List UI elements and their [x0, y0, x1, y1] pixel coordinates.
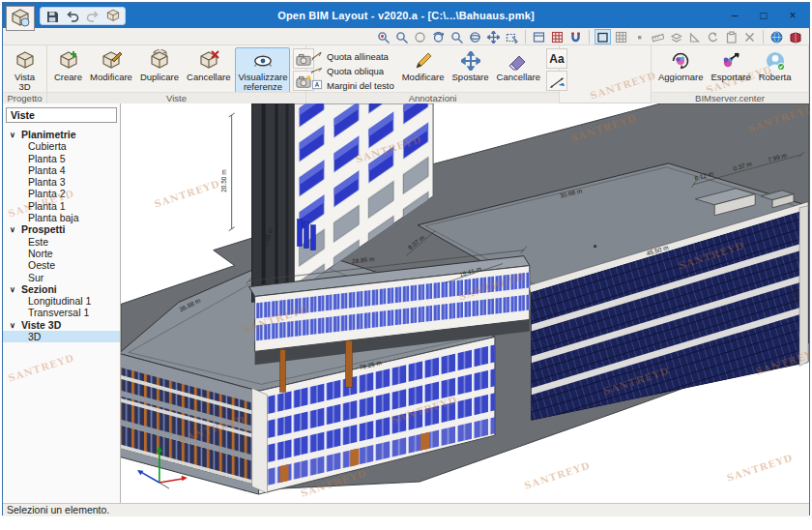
quick-access-toolbar [40, 7, 126, 25]
cube-add-icon [57, 49, 80, 73]
maximize-button[interactable]: □ [749, 3, 778, 28]
tree-item[interactable]: Planta 5 [3, 153, 120, 164]
app-window: Open BIM Layout - v2020.a - [C:\...\Bahu… [2, 2, 810, 515]
views-icon[interactable] [106, 10, 120, 23]
margini-del-testo-button[interactable]: Margini del testo [311, 78, 394, 92]
window-frame-icon[interactable] [531, 29, 547, 44]
measure-icon[interactable] [650, 29, 666, 44]
zoom-previous-icon[interactable] [375, 29, 392, 44]
tree-item[interactable]: Transversal 1 [3, 307, 120, 318]
right-building-side-wall [799, 206, 808, 367]
views-tree: Planimetrie Cubierta Planta 5 Planta 4 P… [3, 129, 120, 342]
delete-icon[interactable] [741, 29, 758, 44]
toolbar-divider [763, 30, 764, 44]
orbit-icon[interactable] [430, 29, 447, 44]
redo-icon[interactable] [86, 10, 100, 23]
vista-3d-button[interactable]: Vista 3D [7, 47, 43, 94]
ribbon-group-progetto: Vista 3D Progetto [3, 45, 47, 103]
select-rect-icon[interactable] [594, 29, 611, 44]
zoom-icon[interactable] [449, 29, 465, 44]
views-panel: Viste Planimetrie Cubierta Planta 5 Plan… [3, 103, 121, 503]
modificare-annotazioni-button[interactable]: Modificare [399, 47, 448, 84]
undo-icon[interactable] [66, 10, 79, 23]
svg-text:SANTREYD: SANTREYD [153, 178, 221, 209]
spostare-button[interactable]: Spostare [450, 47, 492, 84]
eye-icon [251, 49, 275, 73]
pan-icon[interactable] [485, 29, 502, 44]
set-square-icon[interactable] [686, 29, 703, 44]
text-margins-icon [311, 78, 323, 93]
help-book-icon[interactable] [787, 29, 803, 44]
cube-icon [14, 49, 37, 73]
tree-item[interactable]: Norte [3, 248, 120, 259]
group-label-viste: Viste [47, 92, 305, 103]
cancellare-annotazioni-button[interactable]: Cancellare [494, 47, 543, 84]
reference-grid-icon[interactable] [549, 29, 566, 44]
left-building-corner-pillar [252, 388, 268, 493]
duplicare-button[interactable]: Duplicare [137, 47, 182, 84]
cube-edit-icon [100, 49, 123, 73]
snap-point-icon[interactable] [631, 29, 648, 44]
status-bar: Selezioni un elemento. [3, 503, 809, 516]
svg-text:SANTREYD: SANTREYD [725, 453, 794, 484]
globe-icon[interactable] [768, 29, 785, 44]
save-icon[interactable] [45, 10, 59, 23]
cancellare-viste-button[interactable]: Cancellare [184, 47, 233, 84]
3d-model-view[interactable]: 20.50 m 64.05 m 28.86 m 8.07 m 18.41 m 3… [121, 103, 809, 503]
snap-magnet-icon[interactable] [567, 29, 584, 44]
view-sphere-icon[interactable] [467, 29, 483, 44]
pencil-icon [413, 49, 434, 73]
export-icon [720, 49, 741, 73]
tree-item[interactable]: Planta 2 [3, 188, 120, 199]
visualizzare-referenze-button[interactable]: Visualizzare referenze [235, 47, 290, 94]
toolbar-divider [525, 30, 526, 44]
support-column [345, 340, 352, 387]
3d-viewport[interactable]: 20.50 m 64.05 m 28.86 m 8.07 m 18.41 m 3… [121, 103, 809, 503]
tree-item[interactable]: Oeste [3, 259, 120, 271]
move-arrows-icon [461, 49, 480, 73]
creare-button[interactable]: Creare [51, 47, 85, 84]
layers-icon[interactable] [668, 29, 684, 44]
user-account-button[interactable]: Roberta [756, 47, 795, 84]
tree-item[interactable]: Planta 1 [3, 200, 120, 212]
select-window-icon[interactable] [504, 29, 520, 44]
clipboard-icon[interactable] [723, 29, 740, 44]
ribbon-group-viste: Creare Modificare Duplicare Cancellare V… [47, 45, 306, 103]
zoom-window-icon[interactable] [393, 29, 410, 44]
quota-obliqua-button[interactable]: Quota obliqua [311, 64, 394, 77]
toolbar-divider [589, 30, 590, 44]
tree-item[interactable]: Viste 3D [3, 319, 120, 331]
navigation-toolbar [3, 28, 809, 45]
minimize-button[interactable]: – [720, 3, 749, 28]
rotate-icon[interactable] [705, 29, 721, 44]
tree-item[interactable]: Planta 3 [3, 176, 120, 188]
tree-item[interactable]: Sezioni [3, 283, 120, 295]
quota-allineata-button[interactable]: Quota allineata [311, 49, 394, 63]
tree-item[interactable]: Prospetti [3, 223, 120, 235]
ribbon-group-annotazioni: Quota allineata Quota obliqua Margini de… [306, 45, 560, 103]
watermark: SANTREYD [589, 70, 657, 101]
tree-item[interactable]: Planta 4 [3, 164, 120, 176]
ribbon-spacer: SANTREYD SANTREYD [560, 45, 651, 103]
aggiornare-button[interactable]: Aggiornare [655, 47, 706, 84]
tree-item[interactable]: Sur [3, 272, 120, 283]
grid-icon[interactable] [613, 29, 629, 44]
tree-item[interactable]: Planimetrie [3, 129, 120, 140]
cube-delete-icon [197, 49, 220, 73]
eraser-icon [508, 49, 529, 73]
group-label-progetto: Progetto [3, 92, 46, 103]
tree-item[interactable]: Planta baja [3, 212, 120, 223]
dimension-label: 20.50 m [220, 169, 227, 191]
ribbon-group-bimserver: Aggiornare Esportare Roberta BIMserver.c… [651, 45, 809, 103]
close-button[interactable]: × [778, 3, 807, 28]
support-column [280, 349, 286, 392]
esportare-button[interactable]: Esportare [708, 47, 753, 84]
zoom-out-icon[interactable] [412, 29, 428, 44]
application-menu-button[interactable] [6, 6, 35, 31]
dimension-line [229, 113, 235, 231]
status-message: Selezioni un elemento. [7, 504, 109, 515]
svg-text:SANTREYD: SANTREYD [523, 459, 592, 490]
watermark: SANTREYD [7, 352, 75, 383]
modificare-viste-button[interactable]: Modificare [87, 47, 135, 84]
group-label-annotazioni: Annotazioni [306, 92, 559, 103]
